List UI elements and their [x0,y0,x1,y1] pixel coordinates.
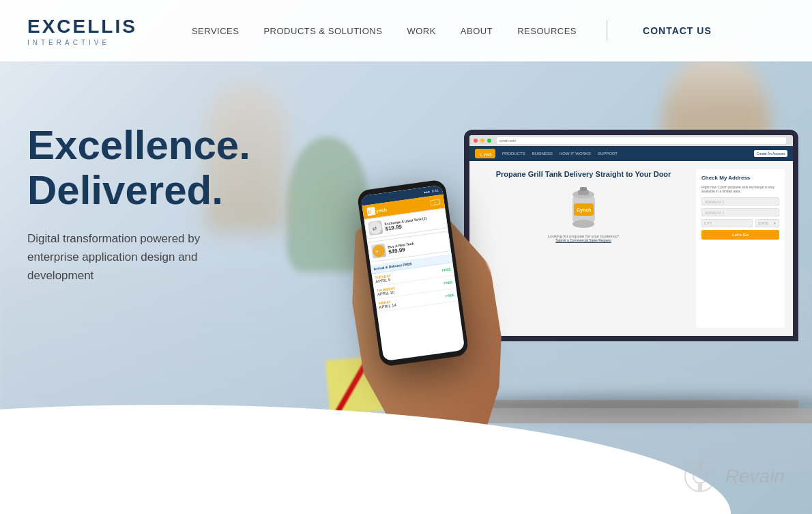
phone-thursday-badge: FREE [444,280,453,285]
laptop-screen: cynch.com c ynch PRODUCTS BUSINESS HOW I [464,130,798,341]
cynch-nav-business: BUSINESS [532,152,553,156]
phone-tuesday-badge: FREE [441,267,451,272]
hero-headline: Excellence. Delivered. [27,123,250,213]
phone-time: 9:41 [431,188,438,193]
phone-buy-text: Buy A New Tank $49.99 [388,236,447,255]
cynch-check-subtitle: Right now Cynch propane tank exchange is… [701,185,779,193]
cynch-check-title: Check My Address [701,175,779,181]
cynch-body: Propane Grill Tank Delivery Straight to … [469,161,793,336]
svg-text:⇄: ⇄ [372,225,377,232]
nav-contact-us[interactable]: CONTACT US [643,25,712,36]
cynch-mobile-logo: c ynch [366,204,392,217]
svg-text:ynch: ynch [375,207,387,214]
svg-point-19 [693,470,707,483]
cynch-address1-input: ADDRESS 1 [701,197,779,205]
nav-products-solutions[interactable]: PRODUCTS & SOLUTIONS [263,26,382,36]
svg-rect-8 [580,187,587,191]
nav-about[interactable]: ABOUT [461,26,493,36]
cynch-commercial-text: Submit a Commercial Sales Request [478,238,689,242]
cynch-website: cynch.com c ynch PRODUCTS BUSINESS HOW I [469,135,793,336]
svg-rect-20 [698,461,702,471]
svg-text:ynch: ynch [484,152,492,156]
cynch-nav-products: PRODUCTS [502,152,525,156]
cynch-left-col: Propane Grill Tank Delivery Straight to … [478,169,689,328]
browser-url: cynch.com [499,139,516,143]
svg-point-6 [572,220,594,228]
headline-line2: Delivered. [27,167,223,213]
nav-work[interactable]: WORK [407,26,435,36]
hero-description: Digital transformation powered by enterp… [27,229,246,285]
nav-services[interactable]: SERVICES [192,26,240,36]
navbar: EXCELLIS INTERACTIVE SERVICES PRODUCTS &… [0,0,812,61]
logo[interactable]: EXCELLIS INTERACTIVE [27,16,137,46]
phone-exchange-text: Exchange A Used Tank (1) $19.99 [384,214,444,232]
phone-menu-icon: ≡ [430,199,440,205]
hero-content: Excellence. Delivered. Digital transform… [27,123,250,285]
revain-text: Revain [725,466,785,487]
cynch-go-button: Let's Go [701,230,779,240]
revain-logo: Revain [683,459,785,494]
buy-icon: + [371,243,387,259]
cynch-address2-input: ADDRESS 2 [701,208,779,216]
cynch-main-content: Propane Grill Tank Delivery Straight to … [469,161,793,336]
cynch-main-headline: Propane Grill Tank Delivery Straight to … [478,169,689,179]
svg-rect-21 [698,482,702,491]
cynch-nav-support: SUPPORT [598,152,618,156]
cynch-create-account: Create An Account [754,150,787,157]
revain-icon-svg [683,459,717,494]
logo-name: EXCELLIS [27,16,137,38]
nav-divider [607,20,607,41]
cynch-nav-how: HOW IT WORKS [560,152,591,156]
cynch-state-select: STATE ▼ [755,219,779,227]
nav-resources[interactable]: RESOURCES [517,26,577,36]
headline-line1: Excellence. [27,122,250,168]
nav-links: SERVICES PRODUCTS & SOLUTIONS WORK ABOUT… [192,20,785,41]
cynch-logo: c ynch [475,149,495,158]
exchange-icon: ⇄ [368,220,383,236]
cynch-right-col: Check My Address Right now Cynch propane… [696,169,785,328]
phone-friday-badge: FREE [445,293,454,298]
cynch-nav-header: c ynch PRODUCTS BUSINESS HOW IT WORKS SU… [469,146,793,161]
logo-subtitle: INTERACTIVE [27,39,137,46]
svg-point-16 [372,244,386,257]
cynch-city-input: CITY [701,219,753,227]
svg-text:Cynch: Cynch [577,208,591,213]
phone-signal: ●●● [423,189,430,194]
